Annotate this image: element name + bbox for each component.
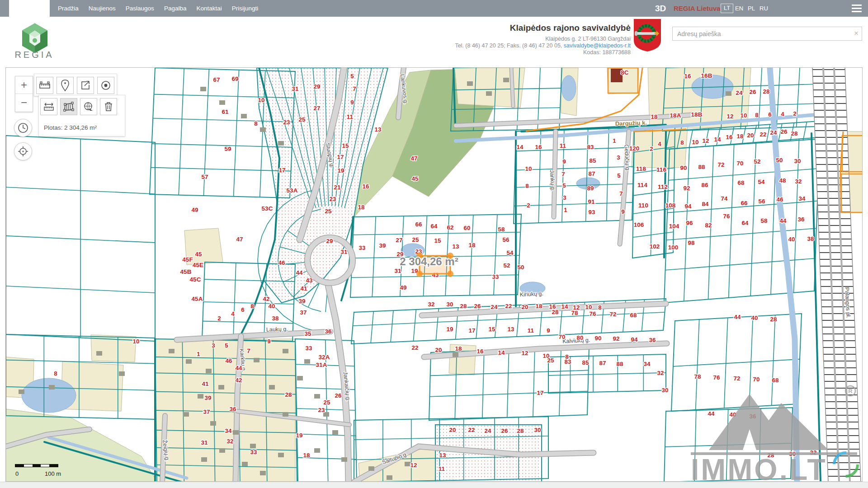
globe-select-button[interactable] — [80, 98, 97, 115]
parcel-number: 78 — [694, 373, 701, 380]
parcel-number: 62 — [447, 224, 453, 231]
municipality-title: Klaipėdos rajono savivaldybė — [455, 23, 631, 33]
parcel-number: 9 — [267, 338, 271, 345]
measure-handle[interactable] — [416, 271, 423, 277]
measure-handle[interactable] — [447, 271, 453, 277]
parcel-number: 10 — [692, 139, 698, 145]
parcel-number: 15 — [434, 237, 441, 244]
export-button[interactable] — [77, 77, 94, 94]
search-clear-icon[interactable]: × — [854, 29, 859, 38]
parcel-number: 89 — [587, 185, 594, 192]
record-point-button[interactable] — [97, 77, 114, 94]
zoom-in-button[interactable]: + — [15, 76, 33, 94]
language-current[interactable]: LT — [721, 4, 733, 13]
municipality-address: Klaipėdos g. 2 LT-96130 Gargždai — [455, 36, 631, 42]
nav-item-pagalba[interactable]: Pagalba — [159, 0, 192, 17]
parcel-number: 68 — [772, 377, 779, 384]
parcel-number: 8 — [680, 139, 684, 146]
nav-item-prisijungti[interactable]: Prisijungti — [227, 0, 264, 17]
zoom-out-button[interactable]: − — [15, 94, 33, 112]
language-pl[interactable]: PL — [748, 0, 755, 17]
crosshair-icon — [18, 146, 28, 157]
parcel-number: 29 — [326, 238, 333, 244]
parcel-number: 16 — [726, 134, 733, 141]
measurement-overlay: 2 304,26 m² — [400, 253, 458, 277]
parcel-number: 28 — [285, 391, 292, 398]
parcel-number: 3 — [617, 154, 620, 161]
parcel-number: 23 — [318, 407, 325, 413]
parcel-number: 38 — [272, 315, 279, 322]
parcel-number: 1 — [197, 351, 200, 357]
parcel-number: 26 — [501, 427, 508, 434]
parcel-number: 87 — [588, 170, 595, 177]
parcel-number: 20 — [747, 132, 754, 139]
view-3d-button[interactable]: 3D — [655, 0, 666, 17]
parcel-number: 45E — [193, 262, 203, 268]
parcel-number: 18A — [670, 112, 681, 119]
history-clock-button[interactable] — [14, 119, 32, 137]
parcel-number: 8C — [621, 69, 629, 76]
parcel-number: 64 — [741, 220, 749, 226]
address-search-input[interactable] — [673, 27, 862, 40]
measure-area-button[interactable] — [60, 98, 77, 115]
parcel-number: 17 — [537, 389, 543, 396]
parcel-number: 44 — [708, 410, 715, 417]
parcel-number: 43 — [306, 277, 313, 284]
map-canvas[interactable]: Stuopių g.Lankuvos g.Kiriukų g.Kalviukų … — [5, 67, 863, 482]
marker-button[interactable] — [57, 77, 74, 94]
parcel-number: 34 — [225, 427, 232, 434]
parcel-number: 34 — [798, 195, 806, 202]
parcel-number: 30 — [661, 387, 668, 394]
nav-item-pradžia[interactable]: Pradžia — [53, 0, 84, 17]
parcel-number: 45 — [195, 251, 202, 258]
parcel-number: 46 — [278, 259, 285, 266]
parcel-number: 106 — [634, 221, 644, 228]
parcel-number: 84 — [702, 201, 709, 207]
parcel-number: 10 — [258, 97, 264, 103]
language-en[interactable]: EN — [735, 0, 743, 17]
parcel-number: 108 — [665, 202, 676, 209]
parcel-number: 96 — [686, 220, 693, 226]
municipality-email-link[interactable]: savivaldybe@klaipedos-r.lt — [564, 42, 631, 49]
measure-ruler-button[interactable] — [36, 77, 53, 94]
parcel-number: 18 — [736, 133, 744, 140]
nav-item-paslaugos[interactable]: Paslaugos — [121, 0, 159, 17]
language-ru[interactable]: RU — [760, 0, 768, 17]
nav-item-naujienos[interactable]: Naujienos — [84, 0, 121, 17]
parcel-number: 7 — [247, 347, 250, 354]
parcel-number: 36 — [649, 337, 656, 343]
parcel-number: 37 — [203, 408, 210, 415]
parcel-number: 16B — [701, 72, 712, 79]
measure-panel: Plotas: 2 304,26 m² — [38, 95, 125, 136]
brand-link[interactable]: REGIA Lietuva — [674, 0, 721, 17]
parcel-number: 11 — [528, 327, 534, 334]
parcel-number: 25 — [325, 208, 332, 215]
parcel-number: 39 — [204, 394, 211, 401]
locate-button[interactable] — [14, 142, 32, 160]
parcel-number: 46 — [225, 357, 232, 364]
immo-watermark-text: IMMO.LT — [691, 453, 827, 482]
delete-measure-button[interactable] — [100, 98, 117, 115]
main-menu: PradžiaNaujienosPaslaugosPagalbaKontakta… — [53, 0, 263, 17]
parcel-number: 28 — [791, 130, 798, 137]
parcel-number: 92 — [683, 185, 690, 192]
parcel-number: 18 — [358, 204, 365, 211]
parcel-number: 16 — [362, 183, 369, 190]
parcel-number: 9 — [350, 99, 354, 106]
parcel-number: 87 — [599, 360, 606, 366]
zoom-controls: + − — [15, 76, 33, 112]
parcel-number: 2 — [527, 202, 530, 209]
parcel-number: 88 — [698, 164, 705, 170]
parcel-number: 18 — [303, 452, 310, 459]
nav-item-kontaktai[interactable]: Kontaktai — [191, 0, 226, 17]
parcel-number: 10 — [132, 338, 139, 345]
parcel-number: 17 — [337, 154, 344, 160]
parcel-number: 93 — [588, 209, 595, 216]
street-label: Kiriukų g. — [519, 291, 543, 298]
cadastral-map[interactable]: Stuopių g.Lankuvos g.Kiriukų g.Kalviukų … — [6, 68, 863, 482]
hamburger-menu-icon[interactable] — [852, 5, 862, 12]
parcel-number: 40 — [268, 303, 275, 310]
measure-distance-button[interactable] — [40, 98, 57, 115]
parcel-number: 32 — [657, 370, 664, 376]
parcel-number: 28 — [517, 427, 524, 434]
